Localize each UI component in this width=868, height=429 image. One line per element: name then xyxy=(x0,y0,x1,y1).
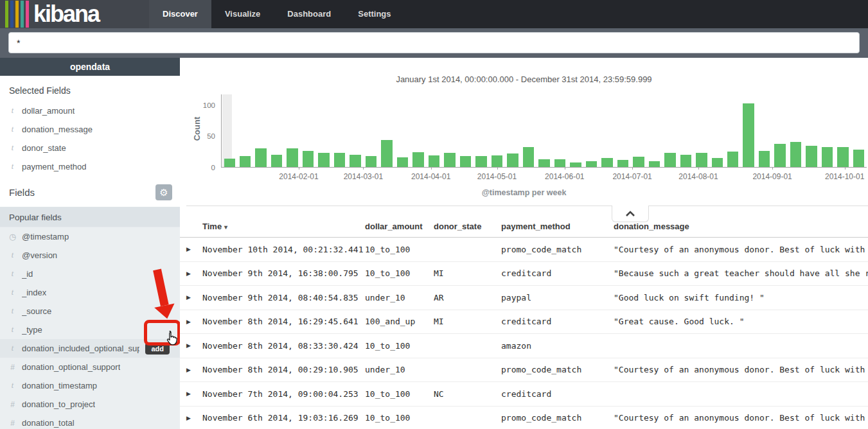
histogram-bar[interactable] xyxy=(507,153,518,167)
histogram-bar[interactable] xyxy=(664,153,675,167)
histogram-bar[interactable] xyxy=(475,156,486,168)
histogram-bar[interactable] xyxy=(649,161,660,167)
field-item-@timestamp[interactable]: ◷ @timestamp xyxy=(0,227,180,246)
histogram-bar[interactable] xyxy=(774,144,785,167)
expand-row-icon[interactable]: ▶ xyxy=(180,390,202,397)
nav-tab-visualize[interactable]: Visualize xyxy=(211,0,274,28)
logo-stripe xyxy=(5,1,8,28)
histogram-bar[interactable] xyxy=(743,103,754,167)
field-name: donation_timestamp xyxy=(22,381,97,390)
histogram-bar[interactable] xyxy=(397,157,408,167)
histogram-bar[interactable] xyxy=(381,140,392,167)
index-pattern-header[interactable]: opendata xyxy=(0,58,180,76)
logo-stripe xyxy=(26,1,29,28)
histogram-bar[interactable] xyxy=(350,155,360,168)
table-row[interactable]: ▶ November 9th 2014, 16:38:00.795 10_to_… xyxy=(180,262,868,286)
kibana-logo[interactable]: kibana xyxy=(0,0,149,28)
expand-row-icon[interactable]: ▶ xyxy=(180,246,202,252)
histogram-bar[interactable] xyxy=(712,158,723,167)
histogram-bar[interactable] xyxy=(633,157,644,167)
field-item-_type[interactable]: t _type xyxy=(0,320,180,339)
histogram-bar[interactable] xyxy=(318,153,329,167)
collapse-chart-button[interactable] xyxy=(612,206,649,222)
histogram-bar[interactable] xyxy=(492,155,502,168)
histogram-bar[interactable] xyxy=(727,152,738,167)
histogram-bar[interactable] xyxy=(412,152,423,167)
string-field-icon: t xyxy=(9,306,16,316)
histogram-bar[interactable] xyxy=(224,159,235,167)
field-item-@version[interactable]: t @version xyxy=(0,246,180,265)
field-item-_id[interactable]: t _id xyxy=(0,265,180,283)
field-item-donation_optional_support[interactable]: # donation_optional_support xyxy=(0,358,180,376)
histogram-bar[interactable] xyxy=(822,147,833,167)
x-axis-tick: 2014-10-01 xyxy=(825,172,864,181)
histogram-bar[interactable] xyxy=(523,147,534,167)
table-row[interactable]: ▶ November 8th 2014, 16:29:45.641 100_an… xyxy=(180,310,868,335)
histogram-bar[interactable] xyxy=(680,155,691,168)
table-row[interactable]: ▶ November 7th 2014, 09:00:04.253 10_to_… xyxy=(180,382,868,407)
column-header-dollar-amount[interactable]: dollar_amount xyxy=(365,222,434,231)
field-item-_source[interactable]: t _source xyxy=(0,302,180,320)
histogram-bar[interactable] xyxy=(303,151,314,167)
field-item-donation_message[interactable]: t donation_message xyxy=(0,120,180,139)
expand-row-icon[interactable]: ▶ xyxy=(180,367,202,373)
histogram-bar[interactable] xyxy=(334,153,345,167)
x-axis-tick: 2014-05-01 xyxy=(477,172,517,181)
popular-fields-list: ◷ @timestamp t @version t _id t _index t… xyxy=(0,227,180,429)
expand-row-icon[interactable]: ▶ xyxy=(180,415,202,421)
cell-time: November 8th 2014, 16:29:45.641 xyxy=(202,317,365,326)
nav-tab-settings[interactable]: Settings xyxy=(344,0,404,28)
expand-row-icon[interactable]: ▶ xyxy=(180,294,202,301)
cell-donor-state: MI xyxy=(434,317,501,326)
table-row[interactable]: ▶ November 8th 2014, 08:33:30.424 10_to_… xyxy=(180,334,868,358)
x-axis-tick: 2014-06-01 xyxy=(545,172,584,181)
chart-title: January 1st 2014, 00:00:00.000 - Decembe… xyxy=(180,74,868,84)
histogram-bar[interactable] xyxy=(853,150,864,167)
column-header-time[interactable]: Time▾ xyxy=(202,222,365,231)
histogram-bar[interactable] xyxy=(429,155,439,168)
nav-tab-discover[interactable]: Discover xyxy=(149,0,211,28)
column-header-donor-state[interactable]: donor_state xyxy=(434,222,501,231)
histogram-bar[interactable] xyxy=(538,159,549,167)
table-row[interactable]: ▶ November 8th 2014, 00:29:10.905 under_… xyxy=(180,358,868,383)
field-item-dollar_amount[interactable]: t dollar_amount xyxy=(0,101,180,120)
histogram-bar[interactable] xyxy=(271,155,282,168)
nav-tab-dashboard[interactable]: Dashboard xyxy=(274,0,344,28)
histogram-bar[interactable] xyxy=(617,160,628,167)
table-row[interactable]: ▶ November 9th 2014, 08:40:54.835 under_… xyxy=(180,286,868,310)
histogram-bar[interactable] xyxy=(570,162,581,167)
histogram-bar[interactable] xyxy=(240,156,251,168)
histogram-bar[interactable] xyxy=(759,151,770,167)
expand-row-icon[interactable]: ▶ xyxy=(180,270,202,277)
column-header-donation-message[interactable]: donation_message xyxy=(614,222,868,231)
field-item-donation_to_project[interactable]: # donation_to_project xyxy=(0,395,180,414)
add-field-button[interactable]: add xyxy=(145,343,170,355)
search-input[interactable] xyxy=(8,32,860,53)
expand-row-icon[interactable]: ▶ xyxy=(180,342,202,349)
histogram-bar[interactable] xyxy=(601,158,612,167)
cell-donation-message: "Good luck on swift funding! " xyxy=(614,293,868,302)
histogram-bar[interactable] xyxy=(586,161,597,167)
histogram-bar[interactable] xyxy=(255,148,266,167)
field-settings-button[interactable]: ⚙ xyxy=(155,184,172,200)
field-item-donation_included_optional_support[interactable]: t donation_included_optional_support add xyxy=(0,339,180,358)
histogram-bar[interactable] xyxy=(287,148,297,167)
histogram-bar[interactable] xyxy=(837,147,848,167)
bars-container xyxy=(222,94,867,167)
field-item-donation_timestamp[interactable]: t donation_timestamp xyxy=(0,376,180,395)
histogram-bar[interactable] xyxy=(806,146,817,167)
histogram-bar[interactable] xyxy=(790,142,801,167)
histogram-bar[interactable] xyxy=(696,153,707,167)
expand-row-icon[interactable]: ▶ xyxy=(180,319,202,325)
histogram-bar[interactable] xyxy=(366,156,376,168)
field-item-_index[interactable]: t _index xyxy=(0,283,180,302)
field-item-donation_total[interactable]: # donation_total xyxy=(0,414,180,429)
histogram-bar[interactable] xyxy=(554,159,565,167)
table-row[interactable]: ▶ November 6th 2014, 19:03:16.269 10_to_… xyxy=(180,407,868,429)
column-header-payment-method[interactable]: payment_method xyxy=(501,222,614,231)
field-item-payment_method[interactable]: t payment_method xyxy=(0,157,180,176)
table-row[interactable]: ▶ November 10th 2014, 00:21:32.441 10_to… xyxy=(180,238,868,262)
histogram-bar[interactable] xyxy=(460,156,471,168)
field-item-donor_state[interactable]: t donor_state xyxy=(0,139,180,157)
histogram-bar[interactable] xyxy=(444,153,455,167)
